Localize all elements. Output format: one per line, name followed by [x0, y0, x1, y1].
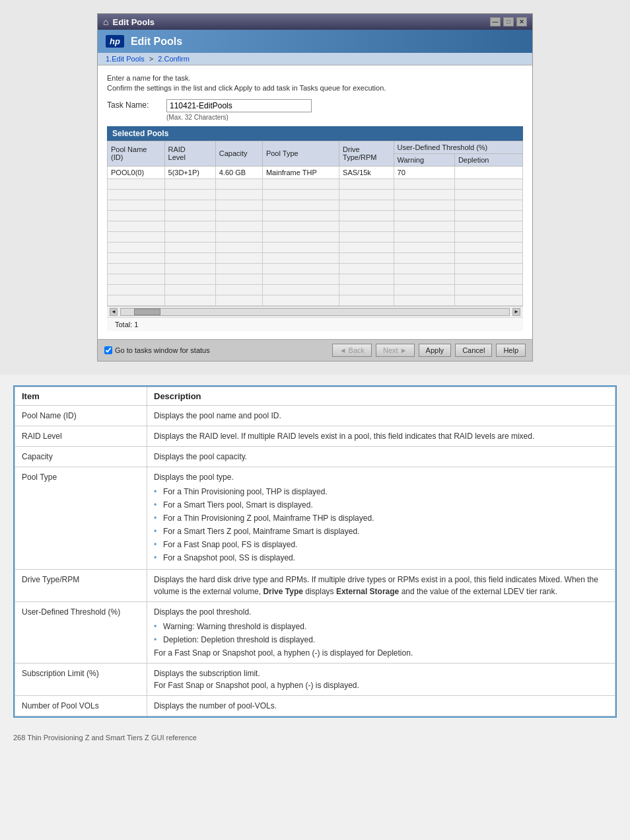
- doc-item-pool-name: Pool Name (ID): [15, 405, 147, 426]
- bold-external-storage: External Storage: [336, 587, 399, 596]
- doc-desc-pool-name: Displays the pool name and pool ID.: [147, 405, 615, 426]
- table-row: [108, 200, 523, 210]
- minimize-button[interactable]: —: [490, 17, 501, 26]
- doc-row-pool-type: Pool Type Displays the pool type. For a …: [15, 467, 615, 569]
- bold-drive-type: Drive Type: [263, 587, 302, 596]
- doc-col-description: Description: [147, 387, 615, 405]
- cancel-button[interactable]: Cancel: [455, 344, 492, 357]
- cell-depletion: [454, 166, 522, 178]
- scrollbar-thumb[interactable]: [134, 309, 160, 315]
- cell-capacity: 4.60 GB: [215, 166, 262, 178]
- table-row: [108, 274, 523, 284]
- goto-tasks-label: Go to tasks window for status: [115, 346, 210, 354]
- titlebar-left: ⌂ Edit Pools: [103, 17, 155, 27]
- doc-desc-raid-level: Displays the RAID level. If multiple RAI…: [147, 426, 615, 446]
- doc-desc-pool-vols: Displays the number of pool-VOLs.: [147, 695, 615, 716]
- th-capacity: Capacity: [215, 141, 262, 166]
- th-pool-type: Pool Type: [262, 141, 339, 166]
- table-row: [108, 284, 523, 295]
- doc-table: Item Description Pool Name (ID) Displays…: [15, 387, 615, 716]
- doc-row-raid-level: RAID Level Displays the RAID level. If m…: [15, 426, 615, 446]
- doc-row-subscription: Subscription Limit (%) Displays the subs…: [15, 663, 615, 695]
- task-row: Task Name: (Max. 32 Characters): [107, 99, 523, 121]
- cell-raid-level: 5(3D+1P): [164, 166, 215, 178]
- maximize-button[interactable]: □: [503, 17, 514, 26]
- dialog-title: Edit Pools: [112, 17, 155, 27]
- breadcrumb-bar: 1.Edit Pools > 2.Confirm: [98, 53, 532, 65]
- back-button[interactable]: ◄ Back: [332, 344, 372, 357]
- doc-row-capacity: Capacity Displays the pool capacity.: [15, 446, 615, 467]
- horizontal-scrollbar[interactable]: [120, 308, 510, 316]
- cell-pool-type: Mainframe THP: [262, 166, 339, 178]
- dialog-titlebar: ⌂ Edit Pools — □ ✕: [98, 14, 532, 30]
- table-row: [108, 295, 523, 305]
- table-row: [108, 210, 523, 221]
- doc-desc-pool-type: Displays the pool type. For a Thin Provi…: [147, 467, 615, 569]
- cell-drive-type: SAS/15k: [339, 166, 394, 178]
- table-row: [108, 221, 523, 231]
- titlebar-controls: — □ ✕: [490, 17, 527, 26]
- breadcrumb-step2[interactable]: 2.Confirm: [158, 55, 190, 63]
- dialog-box: ⌂ Edit Pools — □ ✕ hp Edit Pools 1.Edit …: [97, 13, 533, 362]
- th-drive-type: DriveType/RPM: [339, 141, 394, 166]
- task-input-group: (Max. 32 Characters): [166, 99, 312, 121]
- doc-col-item: Item: [15, 387, 147, 405]
- table-row: [108, 231, 523, 242]
- cell-pool-name: POOL0(0): [108, 166, 165, 178]
- task-name-input[interactable]: [166, 99, 312, 112]
- title-icon: ⌂: [103, 17, 108, 27]
- bullet-fs: For a Fast Snap pool, FS is displayed.: [154, 539, 608, 551]
- doc-desc-threshold: Displays the pool threshold. Warning: Wa…: [147, 601, 615, 663]
- hp-logo: hp: [106, 35, 124, 48]
- table-row: [108, 263, 523, 274]
- page-footer: 268 Thin Provisioning Z and Smart Tiers …: [0, 728, 630, 747]
- bullet-mainframe-smart: For a Smart Tiers Z pool, Mainframe Smar…: [154, 525, 608, 537]
- pool-table: Pool Name(ID) RAIDLevel Capacity Pool Ty…: [107, 141, 523, 306]
- doc-desc-capacity: Displays the pool capacity.: [147, 446, 615, 467]
- bullet-mainframe-thp: For a Thin Provisioning Z pool, Mainfram…: [154, 512, 608, 524]
- breadcrumb-step1[interactable]: 1.Edit Pools: [106, 55, 145, 63]
- task-label: Task Name:: [107, 99, 166, 110]
- doc-item-pool-vols: Number of Pool VOLs: [15, 695, 147, 716]
- apply-button[interactable]: Apply: [419, 344, 452, 357]
- scroll-left-button[interactable]: ◄: [110, 308, 118, 316]
- next-button[interactable]: Next ►: [376, 344, 415, 357]
- doc-desc-drive-type: Displays the hard disk drive type and RP…: [147, 569, 615, 601]
- dialog-footer: Go to tasks window for status ◄ Back Nex…: [98, 339, 532, 361]
- doc-item-raid-level: RAID Level: [15, 426, 147, 446]
- table-row: [108, 189, 523, 200]
- doc-row-drive-type: Drive Type/RPM Displays the hard disk dr…: [15, 569, 615, 601]
- th-depletion: Depletion: [454, 153, 522, 166]
- selected-pools-header: Selected Pools: [107, 126, 523, 141]
- instruction-text: Enter a name for the task. Confirm the s…: [107, 73, 523, 94]
- table-row: [108, 178, 523, 189]
- pool-type-bullets: For a Thin Provisioning pool, THP is dis…: [154, 486, 608, 564]
- dialog-header: hp Edit Pools: [98, 30, 532, 53]
- total-label: Total: 1: [115, 321, 138, 328]
- doc-row-pool-vols: Number of Pool VOLs Displays the number …: [15, 695, 615, 716]
- doc-item-threshold: User-Defined Threshold (%): [15, 601, 147, 663]
- th-user-defined-threshold: User-Defined Threshold (%): [394, 141, 522, 153]
- doc-item-pool-type: Pool Type: [15, 467, 147, 569]
- help-button[interactable]: Help: [496, 344, 526, 357]
- page-footer-text: 268 Thin Provisioning Z and Smart Tiers …: [13, 734, 197, 742]
- table-row: [108, 252, 523, 263]
- table-row: [108, 242, 523, 252]
- scroll-right-button[interactable]: ►: [512, 308, 520, 316]
- doc-row-threshold: User-Defined Threshold (%) Displays the …: [15, 601, 615, 663]
- dialog-wrapper: ⌂ Edit Pools — □ ✕ hp Edit Pools 1.Edit …: [0, 0, 630, 375]
- task-hint: (Max. 32 Characters): [166, 114, 312, 121]
- footer-left: Go to tasks window for status: [104, 346, 328, 354]
- bullet-warning: Warning: Warning threshold is displayed.: [154, 621, 608, 632]
- bullet-thp: For a Thin Provisioning pool, THP is dis…: [154, 486, 608, 498]
- total-row: Total: 1: [107, 317, 523, 331]
- th-warning: Warning: [394, 153, 454, 166]
- close-button[interactable]: ✕: [516, 17, 527, 26]
- doc-item-drive-type: Drive Type/RPM: [15, 569, 147, 601]
- horizontal-scrollbar-row: ◄ ►: [107, 306, 523, 317]
- goto-tasks-checkbox[interactable]: [104, 346, 112, 354]
- dialog-body: Enter a name for the task. Confirm the s…: [98, 65, 532, 339]
- th-pool-name: Pool Name(ID): [108, 141, 165, 166]
- bullet-smart: For a Smart Tiers pool, Smart is display…: [154, 499, 608, 511]
- threshold-bullets: Warning: Warning threshold is displayed.…: [154, 621, 608, 646]
